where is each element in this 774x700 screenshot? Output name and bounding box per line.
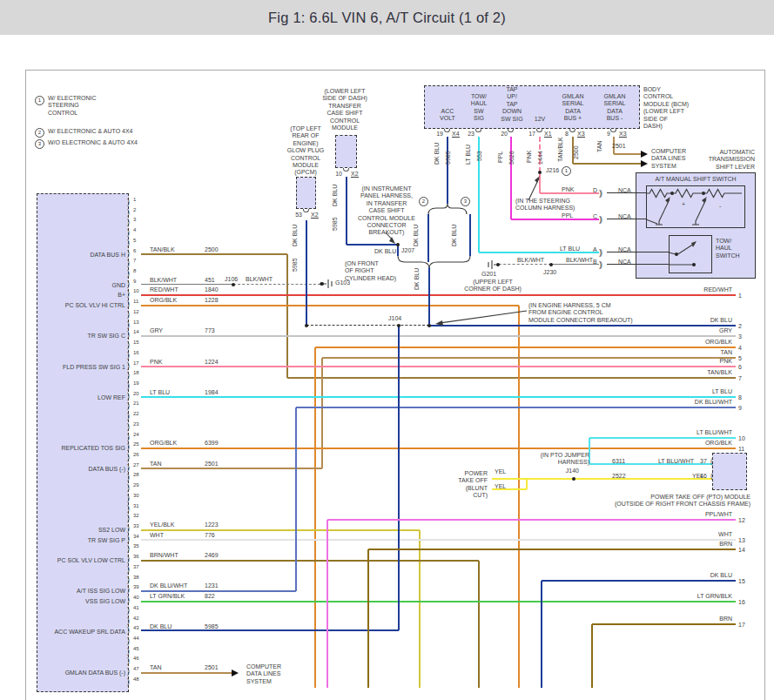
ground-dot-icon — [320, 282, 323, 286]
symbol-path — [398, 256, 470, 267]
wiring-diagram-page: Fig 1: 6.6L VIN 6, A/T Circuit (1 of 2) … — [0, 0, 774, 700]
symbol-path — [488, 260, 497, 269]
symbol-path — [646, 219, 657, 224]
arrowhead-icon — [691, 241, 697, 247]
symbol-path — [669, 244, 694, 265]
symbol-path — [323, 279, 332, 288]
symbol-path — [656, 199, 670, 225]
symbol-path — [646, 190, 742, 198]
symbol-path — [428, 204, 467, 214]
symbol-path — [440, 311, 527, 323]
arrowhead-icon — [435, 320, 443, 326]
symbol-path — [692, 199, 706, 225]
diagram-symbols-layer — [0, 0, 774, 700]
